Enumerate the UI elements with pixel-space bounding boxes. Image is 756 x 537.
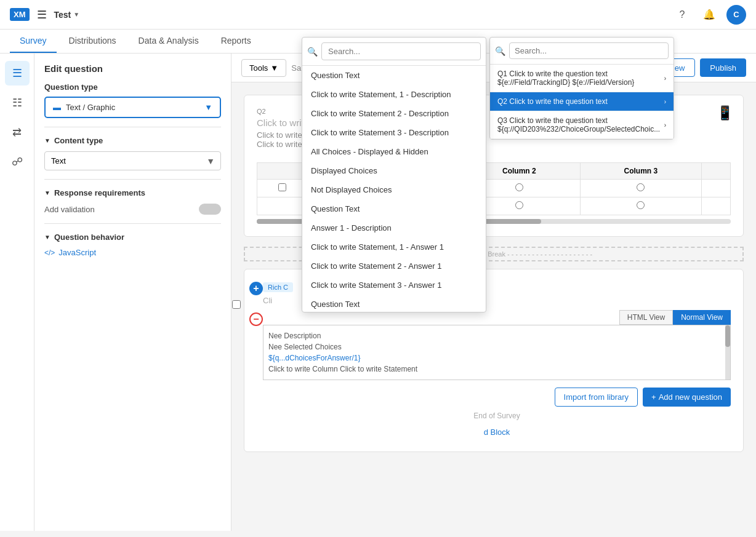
add-validation-toggle[interactable] xyxy=(199,204,221,215)
help-button[interactable]: ? xyxy=(672,5,692,25)
nee-desc: Nee Description xyxy=(268,330,725,341)
user-avatar[interactable]: C xyxy=(726,5,746,25)
question-type-caret-icon: ▼ xyxy=(204,103,212,112)
nee-selected: Nee Selected Choices xyxy=(268,341,725,352)
divider-1 xyxy=(44,127,221,127)
hamburger-menu[interactable]: ☰ xyxy=(37,8,47,22)
content-type-header[interactable]: ▼ Content type xyxy=(44,136,221,145)
row2-col2-radio[interactable] xyxy=(515,201,523,209)
content-type-select-wrapper: Text Graphic ▼ xyxy=(44,151,221,170)
q-search-panel: 🔍 Q1 Click to write the question text ${… xyxy=(489,37,674,140)
q-search-item[interactable]: Q1 Click to write the question text ${e:… xyxy=(490,65,674,92)
top-nav-right: ? 🔔 C xyxy=(672,5,746,25)
xm-logo[interactable]: XM xyxy=(10,8,30,21)
branch-icon-btn[interactable]: ⇄ xyxy=(5,120,30,145)
question-type-value: Text / Graphic xyxy=(66,103,115,112)
remove-statement-button[interactable]: − xyxy=(249,312,263,326)
pipe-list-item[interactable]: Click to write Statement 2 - Description xyxy=(302,104,486,123)
q-search-input[interactable] xyxy=(509,42,669,59)
javascript-link[interactable]: </> JavaScript xyxy=(44,248,221,257)
pipe-text: ${q...dChoicesForAnswer/1} xyxy=(268,352,725,364)
pipe-search-icon: 🔍 xyxy=(307,47,318,57)
pipe-list-item[interactable]: Displayed Choices xyxy=(302,161,486,180)
question-type-label: Question type xyxy=(44,82,221,92)
pipe-list-item[interactable]: Click to write Statement, 1 - Answer 1 xyxy=(302,237,486,257)
q-item-caret-icon: › xyxy=(664,122,666,129)
rich-content-badge: Rich C xyxy=(263,282,293,292)
question-behavior-arrow-icon: ▼ xyxy=(44,234,50,241)
pipe-dropdown: 🔍 Question TextClick to write Statement,… xyxy=(302,37,486,312)
pipe-search-box: 🔍 xyxy=(302,38,486,66)
matrix-header-col3: Column 3 xyxy=(580,163,702,180)
col-statement: Click to write Column Click to write Sta… xyxy=(268,364,725,375)
q-search-input-wrap: 🔍 xyxy=(490,38,674,65)
question-behavior-header[interactable]: ▼ Question behavior xyxy=(44,233,221,242)
left-icon-bar: ☰ ☷ ⇄ ☍ xyxy=(0,54,34,531)
tools-button[interactable]: Tools ▼ xyxy=(241,59,286,77)
text-graphic-icon: ▬ xyxy=(53,103,61,112)
pipe-list-item[interactable]: Question Text xyxy=(302,66,486,85)
divider-2 xyxy=(44,179,221,180)
tab-survey[interactable]: Survey xyxy=(10,30,57,53)
pipe-list-item[interactable]: Click to write Statement 3 - Description xyxy=(302,123,486,142)
content-type-select[interactable]: Text Graphic xyxy=(44,151,221,170)
matrix-header-action xyxy=(702,163,731,180)
pipe-list-item[interactable]: Question Text xyxy=(302,199,486,218)
list-icon-btn[interactable]: ☷ xyxy=(5,90,30,115)
top-nav: XM ☰ Test ▼ ? 🔔 C xyxy=(0,0,756,30)
row1-checkbox[interactable] xyxy=(278,183,286,191)
response-req-header[interactable]: ▼ Response requirements xyxy=(44,188,221,197)
chart-icon-btn[interactable]: ☍ xyxy=(5,149,30,174)
response-req-arrow-icon: ▼ xyxy=(44,189,50,196)
html-view-tab[interactable]: HTML View xyxy=(619,310,673,325)
add-new-question-button[interactable]: + Add new question xyxy=(643,388,731,407)
mobile-icon: 📱 xyxy=(717,105,733,121)
edit-panel: Edit question Question type ▬ Text / Gra… xyxy=(34,54,231,531)
divider-3 xyxy=(44,223,221,224)
add-question-bar: Import from library + Add new question xyxy=(263,388,731,407)
pipe-search-input[interactable] xyxy=(321,42,481,60)
add-validation-label: Add validation xyxy=(44,205,95,214)
q-item-caret-icon: › xyxy=(664,98,666,105)
question-type-button[interactable]: ▬ Text / Graphic ▼ xyxy=(44,97,221,118)
matrix-header-empty xyxy=(257,163,308,180)
row1-col3-radio[interactable] xyxy=(637,183,645,191)
q-items-list: Q1 Click to write the question text ${e:… xyxy=(490,65,674,139)
pipe-list-item[interactable]: All Choices - Displayed & Hidden xyxy=(302,142,486,161)
content-type-arrow-icon: ▼ xyxy=(44,137,50,144)
tab-distributions[interactable]: Distributions xyxy=(59,30,126,53)
publish-button[interactable]: Publish xyxy=(700,58,746,77)
row2-col3-radio[interactable] xyxy=(637,201,645,209)
edit-panel-title: Edit question xyxy=(44,63,221,74)
end-of-survey-label: End of Survey xyxy=(263,407,731,425)
tab-data-analysis[interactable]: Data & Analysis xyxy=(129,30,209,53)
project-name[interactable]: Test ▼ xyxy=(54,10,80,20)
tab-reports[interactable]: Reports xyxy=(211,30,261,53)
tools-caret-icon: ▼ xyxy=(270,63,278,73)
plus-icon: + xyxy=(651,392,656,402)
rich-content-body[interactable]: Nee Description Nee Selected Choices ${q… xyxy=(263,325,731,380)
q3-checkbox[interactable] xyxy=(232,300,241,309)
add-statement-button[interactable]: + xyxy=(249,282,263,295)
pipe-list-item[interactable]: Not Displayed Choices xyxy=(302,180,486,199)
q-search-item[interactable]: Q3 Click to write the question text ${q:… xyxy=(490,111,674,139)
q-item-caret-icon: › xyxy=(664,75,666,82)
pipe-list-item[interactable]: Click to write Statement 3 - Answer 1 xyxy=(302,276,486,295)
scroll-bar[interactable] xyxy=(725,325,730,380)
pipe-list-item[interactable]: Click to write Statement, 1 - Descriptio… xyxy=(302,85,486,104)
bell-button[interactable]: 🔔 xyxy=(699,5,719,25)
pipe-list-item[interactable]: Question Text xyxy=(302,295,486,312)
pipe-list-item[interactable]: Click to write Statement 2 - Answer 1 xyxy=(302,257,486,276)
normal-view-tab[interactable]: Normal View xyxy=(673,310,731,325)
add-block-link[interactable]: d Block xyxy=(263,425,731,439)
q-search-item[interactable]: Q2 Click to write the question text› xyxy=(490,92,674,111)
row1-col2-radio[interactable] xyxy=(515,183,523,191)
import-from-library-button[interactable]: Import from library xyxy=(555,388,638,407)
q-search-icon: 🔍 xyxy=(495,46,505,56)
survey-icon-btn[interactable]: ☰ xyxy=(5,61,30,86)
pipe-list-item[interactable]: Answer 1 - Description xyxy=(302,218,486,237)
add-validation-row: Add validation xyxy=(44,204,221,215)
project-caret-icon: ▼ xyxy=(73,11,79,18)
code-icon: </> xyxy=(44,249,55,257)
pipe-list: Question TextClick to write Statement, 1… xyxy=(302,66,486,312)
